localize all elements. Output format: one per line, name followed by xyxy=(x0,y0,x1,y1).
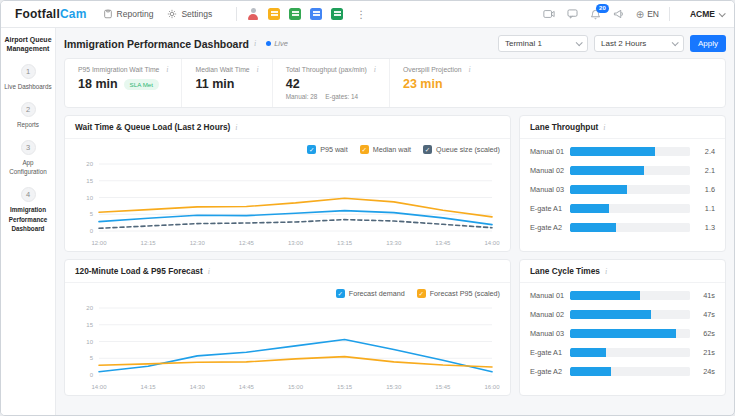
more-apps-icon[interactable]: ⋮ xyxy=(356,9,366,20)
bar-track xyxy=(570,166,690,175)
reporting-icon xyxy=(103,9,113,19)
bar-fill xyxy=(570,310,651,319)
panel-info-icon[interactable]: i xyxy=(235,123,237,132)
kpi-info-icon[interactable]: i xyxy=(166,65,168,74)
legend-label: Queue size (scaled) xyxy=(436,145,500,154)
kpi-value: 42 xyxy=(286,77,300,91)
kpi-breakdown: Manual: 28E-gates: 14 xyxy=(286,93,376,100)
x-axis-tick-label: 16:00 xyxy=(484,384,500,390)
language-label: EN xyxy=(647,9,659,19)
video-icon[interactable] xyxy=(543,9,555,19)
language-selector[interactable]: ⊕ EN xyxy=(636,9,659,20)
bar-track xyxy=(570,329,690,338)
bar-category-label: E-gate A1 xyxy=(530,204,570,213)
sidebar-item-app-configuration[interactable]: 3App Configuration xyxy=(4,140,52,176)
x-axis-tick-label: 14:00 xyxy=(484,240,500,246)
bar-row-manual-02: Manual 0247s xyxy=(530,310,715,319)
bar-fill xyxy=(570,185,627,194)
bar-row-e-gate-a2: E-gate A224s xyxy=(530,367,715,376)
kpi-label: Median Wait Time i xyxy=(195,65,258,74)
legend-item-p95-wait[interactable]: ✓P95 wait xyxy=(307,145,348,154)
panel-header: Lane Throughputi xyxy=(520,116,725,139)
chevron-down-icon xyxy=(672,39,679,46)
legend-item-median-wait[interactable]: ✓Median wait xyxy=(360,145,411,154)
legend-checkbox-icon: ✓ xyxy=(360,145,369,154)
bar-category-label: Manual 02 xyxy=(530,310,570,319)
megaphone-icon[interactable] xyxy=(613,9,624,19)
kpi-info-icon[interactable]: i xyxy=(374,65,376,74)
bar-track xyxy=(570,367,690,376)
legend-label: Forecast P95 (scaled) xyxy=(430,289,500,298)
x-axis-tick-label: 15:30 xyxy=(386,384,402,390)
kpi-value: 18 min xyxy=(78,77,118,91)
y-axis-tick-label: 5 xyxy=(90,211,94,217)
panel-info-icon[interactable]: i xyxy=(208,267,210,276)
sidebar-item-live-dashboards[interactable]: 1Live Dashboards xyxy=(4,64,52,91)
terminal-select[interactable]: Terminal 1 xyxy=(498,35,588,52)
legend-checkbox-icon: ✓ xyxy=(417,289,426,298)
panel-header: Lane Cycle Timesi xyxy=(520,260,725,283)
bar-fill xyxy=(570,223,616,232)
sidebar-item-label: Immigration Performance Dashboard xyxy=(4,205,52,232)
app-shortcut-icons: ⋮ xyxy=(247,8,366,20)
panel-title: Wait Time & Queue Load (Last 2 Hours) xyxy=(75,122,230,132)
x-axis-tick-label: 14:15 xyxy=(141,384,157,390)
bar-fill xyxy=(570,291,640,300)
legend-item-forecast-p95-scaled-[interactable]: ✓Forecast P95 (scaled) xyxy=(417,289,500,298)
x-axis-tick-label: 15:00 xyxy=(288,384,304,390)
legend-label: Median wait xyxy=(373,145,411,154)
legend-item-queue-size-scaled-[interactable]: ✓Queue size (scaled) xyxy=(423,145,500,154)
line-chart-panel: Wait Time & Queue Load (Last 2 Hours)i✓P… xyxy=(64,115,511,252)
kpi-info-icon[interactable]: i xyxy=(468,65,470,74)
terminal-select-value: Terminal 1 xyxy=(505,39,542,48)
board-blue-app-icon[interactable] xyxy=(310,8,322,20)
sidebar-item-number: 2 xyxy=(21,102,36,117)
panel-info-icon[interactable]: i xyxy=(603,123,605,132)
kpi-label: Overspill Projection i xyxy=(403,65,712,74)
nav-reporting[interactable]: Reporting xyxy=(103,9,154,19)
notification-badge: 20 xyxy=(596,4,609,13)
nav-settings[interactable]: Settings xyxy=(167,9,212,19)
panel-title: Lane Throughput xyxy=(530,122,598,132)
bar-rows: Manual 0141sManual 0247sManual 0362sE-ga… xyxy=(520,283,725,392)
account-menu[interactable]: ACME xyxy=(690,9,724,19)
page-info-icon[interactable]: i xyxy=(254,39,256,48)
y-axis-tick-label: 10 xyxy=(86,195,93,201)
sidebar-item-immigration-performance-dashboard[interactable]: 4Immigration Performance Dashboard xyxy=(4,187,52,232)
line-chart: 0510152012:0012:1512:3012:4513:0013:1513… xyxy=(73,158,502,251)
bar-track xyxy=(570,310,690,319)
sheet-yellow-app-icon[interactable] xyxy=(268,8,280,20)
sidebar-item-number: 3 xyxy=(21,140,36,155)
person-app-icon[interactable] xyxy=(247,8,259,20)
bar-fill xyxy=(570,348,606,357)
chat-icon[interactable] xyxy=(567,9,578,19)
calendar-green-app-icon[interactable] xyxy=(331,8,343,20)
live-indicator[interactable]: Live xyxy=(266,39,288,48)
bar-value-label: 41s xyxy=(698,291,715,300)
page-title: Immigration Performance Dashboard xyxy=(64,38,249,50)
x-axis-tick-label: 13:30 xyxy=(386,240,402,246)
sidebar-item-number: 4 xyxy=(21,187,36,202)
sheet-green-app-icon[interactable] xyxy=(289,8,301,20)
live-label: Live xyxy=(274,39,288,48)
kpi-info-icon[interactable]: i xyxy=(257,65,259,74)
bar-category-label: E-gate A1 xyxy=(530,348,570,357)
bar-track xyxy=(570,147,690,156)
topbar: FootfallCam Reporting Settings ⋮ xyxy=(1,1,734,28)
legend-checkbox-icon: ✓ xyxy=(423,145,432,154)
chevron-down-icon xyxy=(719,10,726,17)
panel-info-icon[interactable]: i xyxy=(605,267,607,276)
sidebar-item-reports[interactable]: 2Reports xyxy=(4,102,52,129)
bar-category-label: E-gate A2 xyxy=(530,367,570,376)
kpi-value-row: 11 min xyxy=(195,77,258,91)
kpi-breakdown-item: E-gates: 14 xyxy=(325,93,358,100)
time-range-select[interactable]: Last 2 Hours xyxy=(594,35,684,52)
footfallcam-logo[interactable]: FootfallCam xyxy=(15,7,87,21)
bell-icon[interactable]: 20 xyxy=(590,9,601,20)
panel-header: Wait Time & Queue Load (Last 2 Hours)i xyxy=(65,116,510,139)
bar-value-label: 24s xyxy=(698,367,715,376)
y-axis-tick-label: 20 xyxy=(86,161,93,167)
bar-row-e-gate-a1: E-gate A11.1 xyxy=(530,204,715,213)
legend-item-forecast-demand[interactable]: ✓Forecast demand xyxy=(336,289,405,298)
apply-button[interactable]: Apply xyxy=(690,35,726,52)
